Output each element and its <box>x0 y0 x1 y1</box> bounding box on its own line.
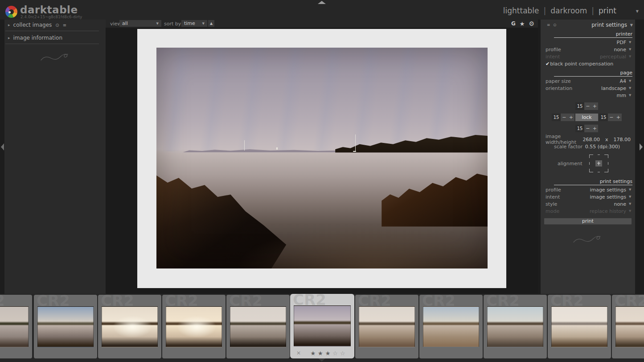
alignment-bottom-button[interactable] <box>595 167 602 174</box>
image-size-row: image width/height 268.00 x 178.00 <box>541 136 635 143</box>
margin-left-spin[interactable]: 15 − + <box>552 114 574 121</box>
filmstrip-thumbnail[interactable]: CR2 <box>419 295 483 358</box>
mode-lighttable[interactable]: lighttable <box>503 6 539 15</box>
grouping-icon[interactable]: G <box>511 20 516 27</box>
alignment-bottom-left-button[interactable] <box>588 167 595 174</box>
reject-icon[interactable]: ✕ <box>296 350 301 356</box>
alignment-right-button[interactable] <box>603 160 610 167</box>
filmstrip-thumbnail-selected[interactable]: CR2✕★★★☆☆ <box>290 294 354 358</box>
margin-top-increase[interactable]: + <box>591 102 599 110</box>
printer-value[interactable]: PDF <box>617 40 626 45</box>
margin-top-value: 15 <box>575 102 584 110</box>
margin-left-value: 15 <box>552 114 561 121</box>
filmstrip-thumbnail[interactable]: CR2 <box>0 295 32 358</box>
margin-left-decrease[interactable]: − <box>561 114 568 121</box>
reset-icon[interactable]: ⊙ <box>553 23 557 27</box>
right-panel-collapse-handle[interactable] <box>640 143 643 150</box>
margin-top-spin[interactable]: 15 − + <box>575 102 598 110</box>
mode-dropdown-arrow-icon[interactable]: ▼ <box>636 9 639 13</box>
margin-bottom-spin[interactable]: 15 − + <box>575 125 598 132</box>
star-icon[interactable]: ☆ <box>332 350 340 357</box>
mode-print[interactable]: print <box>599 6 616 15</box>
filmstrip-thumbnail[interactable]: CR2 <box>162 295 226 358</box>
alignment-left-button[interactable] <box>588 160 595 167</box>
bottom-panel-collapse-handle[interactable] <box>318 358 326 362</box>
image-information-section-header[interactable]: ▸ image information <box>4 33 106 42</box>
print-button[interactable]: print <box>544 218 632 224</box>
paper-size-value[interactable]: A4 <box>619 78 626 84</box>
profile-value[interactable]: none <box>614 47 626 53</box>
filmstrip-thumbnail[interactable]: CR2 <box>484 295 547 358</box>
chevron-down-icon[interactable]: ▼ <box>629 195 632 199</box>
mode-separator: | <box>544 6 546 15</box>
sort-by-dropdown[interactable]: time ▼ <box>181 20 207 27</box>
thumbnail-photo <box>487 306 543 347</box>
star-icon[interactable]: ★ <box>318 350 325 357</box>
filmstrip-thumbnail[interactable]: CR2 <box>34 295 97 358</box>
alignment-center-button[interactable] <box>595 160 602 167</box>
orientation-value[interactable]: landscape <box>601 85 626 91</box>
presets-icon[interactable]: ≡ <box>63 23 66 28</box>
orientation-label: orientation <box>546 85 572 91</box>
units-row: mm ▼ <box>541 92 635 99</box>
star-icon[interactable]: ★ <box>310 350 318 357</box>
star-icon[interactable]: ☆ <box>340 350 348 357</box>
alignment-top-right-button[interactable] <box>603 153 610 159</box>
gear-icon[interactable]: ⚙ <box>529 20 534 27</box>
filmstrip-thumbnail[interactable]: CR2 <box>548 295 611 358</box>
view-filter-dropdown[interactable]: all ▼ <box>119 20 161 27</box>
right-panel-header: ≡ ⊙ print settings ▼ <box>541 20 635 28</box>
overlays-star-icon[interactable]: ★ <box>520 20 525 27</box>
margin-right-increase[interactable]: + <box>615 114 622 121</box>
printer-section-header[interactable]: printer <box>554 31 632 38</box>
chevron-down-icon: ▼ <box>629 209 632 213</box>
filmstrip-thumbnail[interactable]: CR2 <box>612 295 644 358</box>
chevron-down-icon[interactable]: ▼ <box>630 23 633 27</box>
chevron-down-icon: ▼ <box>202 22 205 25</box>
chevron-down-icon[interactable]: ▼ <box>629 41 632 44</box>
app-name: darktable <box>20 4 78 16</box>
profile-value[interactable]: image settings <box>590 187 626 193</box>
intent-label: intent <box>546 54 560 60</box>
page-section-header[interactable]: page <box>554 70 632 77</box>
top-panel-collapse-handle[interactable] <box>318 1 326 4</box>
print-settings-section-header[interactable]: print settings <box>554 179 632 185</box>
margins-lock-button[interactable]: lock <box>575 114 598 121</box>
filmstrip-thumbnail[interactable]: CR2 <box>98 295 161 358</box>
divider <box>5 44 99 44</box>
sort-order-button[interactable]: ▲ <box>208 20 214 27</box>
printer-profile-row: profile none ▼ <box>541 46 635 53</box>
chevron-down-icon[interactable]: ▼ <box>629 86 632 90</box>
alignment-top-button[interactable] <box>595 153 602 159</box>
chevron-down-icon[interactable]: ▼ <box>629 48 632 51</box>
chevron-down-icon[interactable]: ▼ <box>629 202 632 206</box>
chevron-down-icon[interactable]: ▼ <box>629 79 632 83</box>
mode-darkroom[interactable]: darkroom <box>550 6 587 15</box>
panel-title[interactable]: print settings <box>591 22 627 28</box>
page-margins-widget: 15 − + 15 − + lock 15 − + 15 − + <box>552 102 622 132</box>
units-value[interactable]: mm <box>617 93 626 98</box>
margin-bottom-increase[interactable]: + <box>591 125 599 132</box>
filmstrip: CR2CR2CR2CR2CR2CR2✕★★★☆☆CR2CR2CR2CR2CR2 <box>0 294 644 362</box>
filmstrip-thumbnail[interactable]: CR2 <box>226 295 290 358</box>
alignment-top-left-button[interactable] <box>588 153 595 159</box>
filmstrip-thumbnail[interactable]: CR2 <box>355 295 418 358</box>
chevron-down-icon[interactable]: ▼ <box>629 94 632 97</box>
collect-images-section-header[interactable]: ▸ collect images ⊙ ≡ <box>4 20 106 29</box>
chevron-down-icon[interactable]: ▼ <box>629 188 632 191</box>
star-icon[interactable]: ★ <box>325 350 333 357</box>
paper-size-label: paper size <box>546 78 571 84</box>
presets-icon[interactable]: ≡ <box>547 23 550 27</box>
intent-value: perceptual <box>600 54 626 60</box>
margin-left-increase[interactable]: + <box>568 114 575 121</box>
style-value[interactable]: none <box>614 201 626 207</box>
left-panel-collapse-handle[interactable] <box>1 143 4 150</box>
margin-bottom-decrease[interactable]: − <box>584 125 591 132</box>
black-point-compensation-checkbox[interactable]: ✔ black point compensation <box>541 60 635 67</box>
alignment-bottom-right-button[interactable] <box>603 167 610 174</box>
margin-right-spin[interactable]: 15 − + <box>599 114 622 121</box>
intent-value[interactable]: image settings <box>590 194 626 200</box>
reset-icon[interactable]: ⊙ <box>55 23 59 28</box>
margin-right-decrease[interactable]: − <box>608 114 615 121</box>
margin-top-decrease[interactable]: − <box>584 102 591 110</box>
